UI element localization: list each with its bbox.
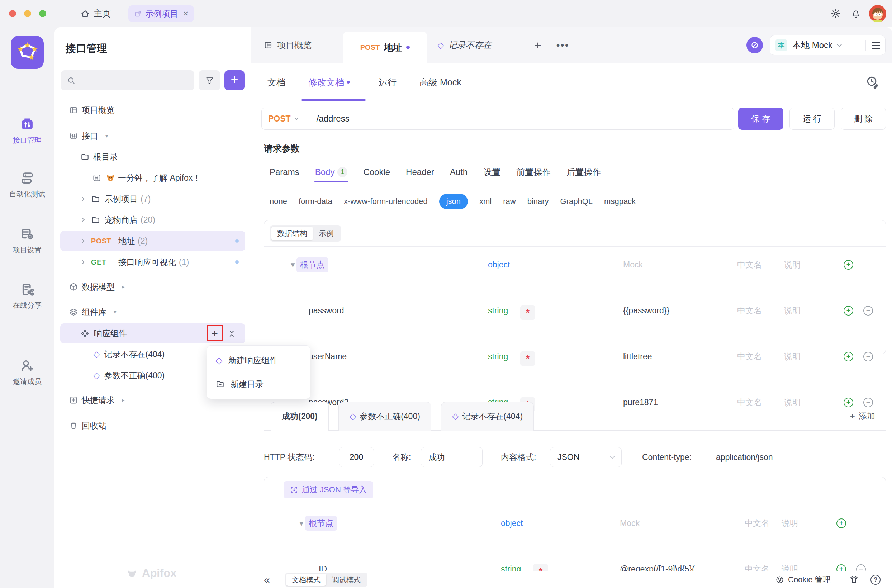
tab-doc[interactable]: 文档 bbox=[267, 63, 285, 101]
sidebar-section-api[interactable]: 接口 ▾ bbox=[60, 126, 245, 146]
window-close-button[interactable] bbox=[9, 10, 16, 17]
response-tab-404[interactable]: ◇记录不存在(404) bbox=[441, 402, 534, 431]
field-name[interactable]: userName bbox=[309, 345, 347, 368]
sidebar-section-trash[interactable]: 回收站 bbox=[60, 416, 245, 436]
tab-params[interactable]: Params bbox=[270, 162, 299, 182]
sidebar-folder-petstore[interactable]: 宠物商店 (20) bbox=[60, 210, 245, 230]
tab-response-404[interactable]: ◇ 记录不存在 bbox=[438, 27, 491, 63]
node-type[interactable]: object bbox=[501, 512, 523, 535]
close-icon[interactable]: × bbox=[183, 9, 188, 19]
debug-mode-button[interactable]: 调试模式 bbox=[326, 574, 366, 586]
notifications-bell-icon[interactable] bbox=[850, 8, 861, 19]
sidebar-item-md-doc[interactable]: 一分钟，了解 Apifox！ bbox=[60, 168, 245, 188]
save-button[interactable]: 保 存 bbox=[738, 108, 783, 130]
tab-settings[interactable]: 设置 bbox=[483, 162, 501, 182]
desc-placeholder[interactable]: 说明 bbox=[784, 253, 801, 276]
node-type[interactable]: object bbox=[488, 253, 510, 276]
body-type-xml[interactable]: xml bbox=[479, 197, 492, 206]
desc-placeholder[interactable]: 说明 bbox=[781, 558, 798, 571]
rail-item-api-management[interactable]: 接口管理 bbox=[0, 117, 54, 145]
field-name[interactable]: password bbox=[309, 299, 344, 322]
filter-button[interactable] bbox=[199, 70, 220, 90]
sidebar-folder-example[interactable]: 示例项目 (7) bbox=[60, 189, 245, 209]
window-zoom-button[interactable] bbox=[39, 10, 46, 17]
cn-name-placeholder[interactable]: 中文名 bbox=[737, 345, 762, 368]
field-mock[interactable]: {{password}} bbox=[623, 299, 669, 322]
theme-tshirt-icon[interactable] bbox=[849, 575, 859, 585]
collapse-all-icon[interactable] bbox=[228, 330, 236, 338]
tab-body[interactable]: Body 1 bbox=[315, 162, 348, 182]
cn-name-placeholder[interactable]: 中文名 bbox=[745, 558, 769, 571]
body-type-urlencoded[interactable]: x-www-form-urlencoded bbox=[344, 197, 428, 206]
new-tab-button[interactable]: + bbox=[534, 27, 541, 63]
doc-mode-button[interactable]: 文档模式 bbox=[286, 574, 326, 586]
sidebar-item-get-visualization[interactable]: GET 接口响应可视化 (1) bbox=[60, 252, 245, 272]
field-mock[interactable]: littletree bbox=[623, 345, 652, 368]
cookie-manager-button[interactable]: Cookie 管理 bbox=[775, 571, 831, 588]
sidebar-item-project-overview[interactable]: 项目概览 bbox=[60, 100, 245, 120]
mock-placeholder[interactable]: Mock bbox=[623, 253, 643, 276]
tab-cookie[interactable]: Cookie bbox=[363, 162, 390, 182]
menu-item-new-response-component[interactable]: ◇ 新建响应组件 bbox=[210, 348, 307, 372]
rail-item-online-share[interactable]: 在线分享 bbox=[0, 282, 54, 310]
add-response-button[interactable]: + 添加 bbox=[850, 402, 875, 430]
body-type-form-data[interactable]: form-data bbox=[299, 197, 332, 206]
field-mock[interactable]: @regexp(/[1-9]\d{5}( bbox=[620, 558, 695, 571]
sidebar-section-component-library[interactable]: 组件库 ▾ bbox=[60, 302, 245, 322]
body-type-raw[interactable]: raw bbox=[503, 197, 516, 206]
body-type-none[interactable]: none bbox=[270, 197, 287, 206]
remove-field-icon[interactable]: − bbox=[864, 352, 873, 362]
desc-placeholder[interactable]: 说明 bbox=[784, 299, 801, 322]
app-logo[interactable]: ★★ ★★ bbox=[11, 36, 44, 69]
tab-run[interactable]: 运行 bbox=[379, 63, 397, 101]
window-minimize-button[interactable] bbox=[24, 10, 31, 17]
env-menu-button[interactable] bbox=[871, 42, 880, 49]
caret-down-icon[interactable]: ▾ bbox=[291, 253, 295, 276]
rail-item-invite-members[interactable]: 邀请成员 bbox=[0, 358, 54, 387]
delete-button[interactable]: 删 除 bbox=[841, 108, 886, 130]
remove-field-icon[interactable]: − bbox=[856, 564, 866, 571]
import-json-button[interactable]: 通过 JSON 等导入 bbox=[283, 481, 373, 498]
tab-pre-processors[interactable]: 前置操作 bbox=[516, 162, 551, 182]
remove-field-icon[interactable]: − bbox=[864, 306, 873, 315]
rail-item-project-settings[interactable]: 项目设置 bbox=[0, 226, 54, 255]
field-name[interactable]: ID bbox=[319, 558, 327, 571]
history-icon[interactable] bbox=[865, 75, 880, 89]
desc-placeholder[interactable]: 说明 bbox=[784, 345, 801, 368]
mock-placeholder[interactable]: Mock bbox=[620, 512, 640, 535]
home-button[interactable]: 主页 bbox=[80, 0, 111, 27]
menu-item-new-folder[interactable]: 新建目录 bbox=[210, 372, 307, 396]
sidebar-item-root-folder[interactable]: 根目录 bbox=[60, 147, 245, 167]
toggle-example[interactable]: 示例 bbox=[313, 226, 340, 240]
cn-name-placeholder[interactable]: 中文名 bbox=[745, 512, 769, 535]
add-field-icon[interactable]: + bbox=[844, 352, 853, 362]
help-button[interactable]: ? bbox=[871, 575, 880, 585]
body-type-binary[interactable]: binary bbox=[528, 197, 549, 206]
response-name-input[interactable]: 成功 bbox=[421, 447, 483, 467]
add-field-icon[interactable]: + bbox=[837, 564, 846, 571]
field-type[interactable]: string bbox=[488, 299, 508, 322]
tab-edit-doc-active[interactable]: 修改文档 • bbox=[308, 63, 350, 101]
toggle-data-structure[interactable]: 数据结构 bbox=[271, 226, 313, 240]
response-tab-400[interactable]: ◇参数不正确(400) bbox=[339, 402, 431, 431]
tab-advanced-mock[interactable]: 高级 Mock bbox=[420, 63, 462, 101]
run-button[interactable]: 运 行 bbox=[790, 108, 835, 130]
collapse-sidebar-button[interactable]: « bbox=[264, 571, 270, 588]
mock-sync-button[interactable] bbox=[747, 37, 763, 53]
body-type-json[interactable]: json bbox=[439, 194, 468, 209]
search-input[interactable] bbox=[61, 70, 194, 90]
cn-name-placeholder[interactable]: 中文名 bbox=[737, 253, 762, 276]
tab-header[interactable]: Header bbox=[406, 162, 434, 182]
add-field-icon[interactable]: + bbox=[837, 519, 846, 528]
rail-item-automated-testing[interactable]: 自动化测试 bbox=[0, 171, 54, 199]
sidebar-item-post-address[interactable]: POST 地址 (2) bbox=[60, 231, 245, 251]
avatar[interactable] bbox=[869, 5, 886, 22]
cn-name-placeholder[interactable]: 中文名 bbox=[737, 299, 762, 322]
field-type[interactable]: string bbox=[501, 558, 521, 571]
add-field-icon[interactable]: + bbox=[844, 306, 853, 315]
status-code-input[interactable]: 200 bbox=[339, 447, 374, 467]
desc-placeholder[interactable]: 说明 bbox=[781, 512, 798, 535]
url-input[interactable]: /address bbox=[316, 114, 349, 124]
environment-select[interactable]: 本 本地 Mock bbox=[770, 35, 886, 55]
field-type[interactable]: string bbox=[488, 345, 508, 368]
